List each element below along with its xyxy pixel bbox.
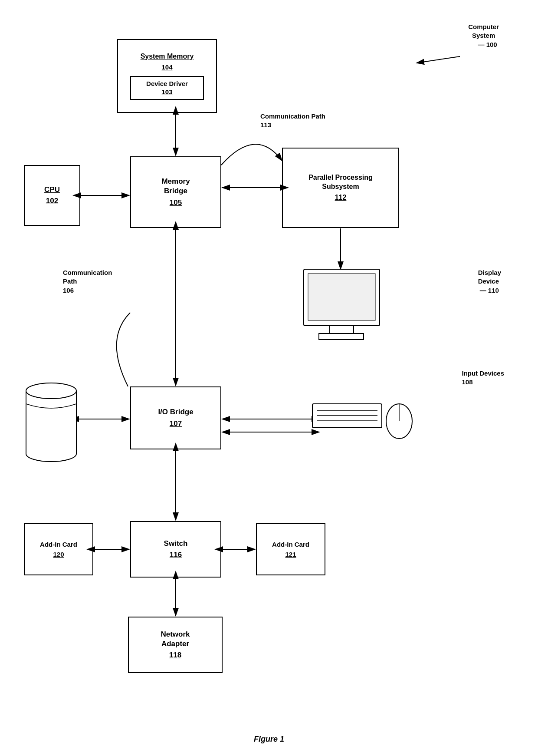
memory-bridge-label: Memory Bridge	[161, 177, 190, 196]
cpu-num: 102	[46, 196, 58, 206]
io-bridge-num: 107	[170, 419, 182, 429]
add-in-card-120-box: Add-In Card 120	[24, 523, 93, 575]
svg-point-31	[26, 383, 76, 399]
cpu-label: CPU	[44, 185, 60, 195]
network-adapter-num: 118	[169, 650, 181, 660]
system-memory-label: System Memory	[141, 52, 194, 61]
computer-system-label: Computer System — 100	[468, 23, 499, 49]
svg-rect-19	[319, 333, 364, 340]
io-bridge-box: I/O Bridge 107	[130, 386, 221, 449]
svg-rect-18	[330, 326, 354, 333]
network-adapter-box: Network Adapter 118	[128, 617, 223, 673]
comm-path-113-label: Communication Path 113	[260, 112, 325, 130]
parallel-processing-num: 112	[335, 193, 347, 202]
system-memory-num: 104	[161, 63, 172, 72]
io-bridge-label: I/O Bridge	[158, 407, 193, 417]
comm-path-106-label: Communication Path 106	[63, 268, 112, 295]
cpu-box: CPU 102	[24, 165, 80, 226]
switch-num: 116	[170, 550, 182, 560]
input-devices-label: Input Devices 108	[462, 369, 504, 387]
switch-label: Switch	[164, 539, 188, 548]
memory-bridge-num: 105	[170, 198, 182, 208]
display-device-label: Display Device — 110	[478, 268, 501, 295]
system-disk-label: System Disk	[25, 408, 77, 423]
switch-box: Switch 116	[130, 521, 221, 578]
device-driver-box: Device Driver 103	[130, 76, 204, 100]
svg-rect-17	[304, 269, 380, 326]
memory-bridge-box: Memory Bridge 105	[130, 156, 221, 228]
add-in-card-121-label: Add-In Card	[272, 540, 309, 549]
add-in-card-120-num: 120	[53, 550, 64, 559]
svg-rect-20	[308, 274, 375, 320]
parallel-processing-box: Parallel Processing Subsystem 112	[282, 148, 399, 228]
parallel-processing-label: Parallel Processing Subsystem	[308, 173, 373, 191]
svg-rect-21	[312, 404, 382, 428]
diagram-container: Computer System — 100 System Memory 104 …	[0, 0, 538, 756]
svg-point-27	[26, 446, 76, 462]
device-driver-label: Device Driver	[134, 79, 200, 88]
device-driver-num: 103	[134, 88, 200, 96]
system-disk-label-text: System Disk 114	[25, 408, 77, 430]
figure-label: Figure 1	[0, 735, 538, 744]
add-in-card-121-box: Add-In Card 121	[256, 523, 325, 575]
add-in-card-121-num: 121	[285, 550, 296, 559]
svg-point-25	[386, 404, 412, 439]
network-adapter-label: Network Adapter	[161, 630, 190, 649]
svg-line-4	[417, 56, 460, 63]
system-disk-num: 114	[25, 423, 77, 430]
add-in-card-120-label: Add-In Card	[40, 540, 77, 549]
system-memory-box: System Memory 104 Device Driver 103	[117, 39, 217, 113]
